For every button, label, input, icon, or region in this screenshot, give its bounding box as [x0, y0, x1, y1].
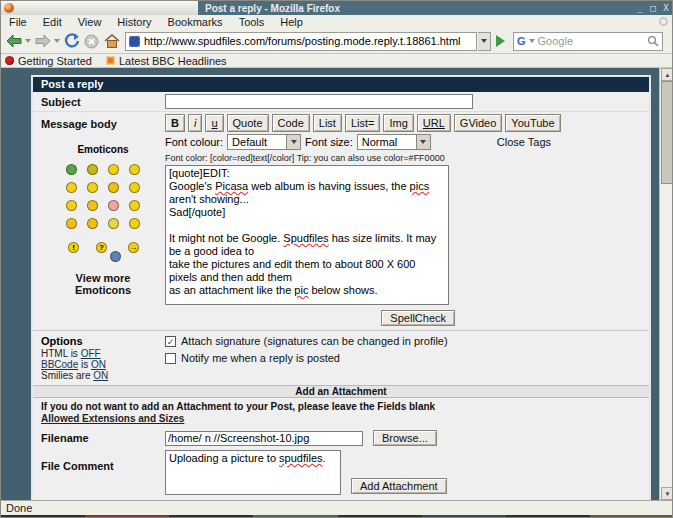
menu-view[interactable]: View [70, 15, 110, 29]
filename-label: Filename [33, 432, 165, 444]
checkbox-row-1: Notify me when a reply is posted [165, 352, 448, 364]
menu-tools[interactable]: Tools [231, 15, 273, 29]
filename-row: Filename Browse... [33, 428, 649, 448]
bookmarks-bar: Getting Started Latest BBC Headlines [1, 54, 673, 68]
option-status-link[interactable]: OFF [81, 348, 101, 359]
checkbox-row-0: ✓Attach signature (signatures can be cha… [165, 335, 448, 347]
add-attachment-header: Add an Attachment [33, 385, 649, 398]
file-comment-textarea[interactable]: Uploading a picture to spudfiles. [165, 450, 341, 495]
subject-row: Subject [33, 92, 649, 112]
chevron-down-icon[interactable] [286, 135, 300, 149]
font-size-select[interactable]: Normal [357, 134, 431, 150]
menu-bar: FileEditViewHistoryBookmarksToolsHelp [1, 15, 673, 29]
bookmark-bbc-headlines[interactable]: Latest BBC Headlines [106, 55, 227, 67]
menu-file[interactable]: File [1, 15, 35, 29]
scroll-down-icon[interactable]: ▼ [661, 487, 673, 500]
bbcode-button-list-eq[interactable]: List= [345, 114, 381, 132]
getting-started-icon [5, 56, 14, 65]
url-text: http://www.spudfiles.com/forums/posting.… [144, 35, 461, 47]
close-button[interactable]: X [660, 2, 672, 14]
browse-button[interactable]: Browse... [373, 430, 437, 446]
scroll-up-icon[interactable]: ▲ [661, 68, 673, 81]
magnifier-icon[interactable] [647, 35, 659, 47]
search-engine-icon[interactable]: G [517, 35, 526, 47]
spellcheck-button[interactable]: SpellCheck [381, 310, 455, 326]
emoticon-wink[interactable] [129, 200, 140, 211]
close-tags-link[interactable]: Close Tags [497, 136, 551, 148]
forward-button[interactable] [33, 32, 52, 51]
search-box[interactable]: G Google [513, 32, 663, 51]
emoticon-surprised[interactable] [129, 164, 140, 175]
bbcode-button-b[interactable]: B [165, 114, 185, 132]
bbcode-button-quote[interactable]: Quote [227, 114, 269, 132]
home-button[interactable] [102, 32, 121, 51]
filename-input[interactable] [165, 431, 363, 446]
options-status-lines: HTML is OFFBBCode is ONSmilies are ON [41, 348, 165, 381]
address-bar[interactable]: http://www.spudfiles.com/forums/posting.… [125, 32, 477, 51]
emoticon-smile2[interactable] [129, 218, 140, 229]
bbcode-button-url[interactable]: URL [417, 114, 451, 132]
emoticon-twisted[interactable] [87, 218, 98, 229]
option-status-link[interactable]: BBCode [41, 359, 78, 370]
scrollbar-thumb[interactable] [661, 81, 673, 184]
font-colour-select[interactable]: Default [227, 134, 301, 150]
back-dropdown-icon[interactable] [25, 39, 31, 43]
options-row: Options HTML is OFFBBCode is ONSmilies a… [33, 330, 649, 385]
bbcode-button-code[interactable]: Code [272, 114, 310, 132]
reload-button[interactable] [62, 32, 81, 51]
emoticon-mrgreen[interactable] [66, 164, 77, 175]
subject-input[interactable] [165, 94, 473, 109]
bookmark-getting-started[interactable]: Getting Started [5, 55, 92, 67]
menu-edit[interactable]: Edit [35, 15, 70, 29]
emoticon-lol[interactable] [129, 182, 140, 193]
menu-help[interactable]: Help [272, 15, 311, 29]
emoticon-arrow[interactable]: → [128, 242, 139, 253]
view-more-emoticons-link[interactable]: View more Emoticons [67, 272, 139, 296]
menu-bookmarks[interactable]: Bookmarks [160, 15, 231, 29]
attach-signature-checkbox[interactable]: ✓ [165, 336, 176, 347]
bbcode-button-youtube[interactable]: YouTube [505, 114, 560, 132]
title-bar: Post a reply - Mozilla Firefox _ □ X [1, 1, 673, 15]
file-comment-row: File Comment Uploading a picture to spud… [33, 448, 649, 500]
vertical-scrollbar[interactable]: ▲ ▼ [659, 68, 673, 500]
page-title: Post a reply [33, 77, 649, 92]
emoticon-razz[interactable] [87, 200, 98, 211]
emoticon-evil[interactable] [66, 218, 77, 229]
minimize-button[interactable]: _ [634, 2, 646, 14]
emoticons-extra-row: !?→ [53, 240, 153, 262]
emoticon-shocked[interactable] [108, 218, 119, 229]
url-history-dropdown[interactable] [478, 32, 491, 51]
emoticon-redface[interactable] [108, 200, 119, 211]
emoticon-eek[interactable] [66, 182, 77, 193]
maximize-button[interactable]: □ [647, 2, 659, 14]
emoticon-happy[interactable] [66, 200, 77, 211]
emoticon-rolleyes[interactable] [108, 164, 119, 175]
bbcode-button-u[interactable]: u [205, 114, 223, 132]
emoticon-cool[interactable] [108, 182, 119, 193]
notify-reply-checkbox[interactable] [165, 353, 176, 364]
bbcode-button-gvideo[interactable]: GVideo [454, 114, 503, 132]
menu-history[interactable]: History [109, 15, 159, 29]
bbcode-toolbar: BiuQuoteCodeListList=ImgURLGVideoYouTube [165, 114, 561, 132]
emoticon-crying[interactable] [110, 251, 121, 262]
emoticon-biggrin[interactable] [87, 164, 98, 175]
emoticon-smile[interactable] [87, 182, 98, 193]
chevron-down-icon[interactable] [416, 135, 430, 149]
bbcode-button-list[interactable]: List [313, 114, 342, 132]
back-button[interactable] [4, 32, 23, 51]
emoticon-exclaim[interactable]: ! [68, 242, 79, 253]
go-button[interactable] [492, 32, 508, 51]
add-attachment-button[interactable]: Add Attachment [351, 478, 447, 494]
allowed-extensions-link[interactable]: Allowed Extensions and Sizes [33, 413, 649, 428]
emoticon-question[interactable]: ? [96, 242, 107, 253]
bbcode-button-i[interactable]: i [188, 114, 202, 132]
option-status-link[interactable]: ON [91, 359, 106, 370]
bbcode-button-img[interactable]: Img [383, 114, 413, 132]
stop-button[interactable] [82, 32, 101, 51]
message-textarea[interactable]: [quote]EDIT:Google's Picasa web album is… [165, 165, 449, 305]
option-status-link[interactable]: ON [93, 370, 108, 381]
search-engine-dropdown-icon[interactable] [529, 39, 535, 43]
forward-dropdown-icon[interactable] [54, 39, 60, 43]
options-label: Options [41, 335, 165, 348]
message-body-label: Message body [41, 118, 117, 130]
